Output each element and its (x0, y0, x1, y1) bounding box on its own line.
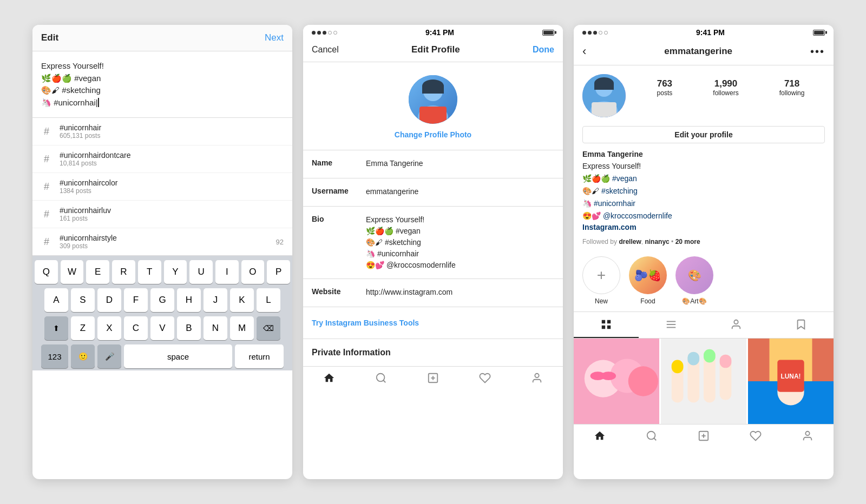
s2-cancel-button[interactable]: Cancel (312, 45, 339, 55)
s3-nav-profile[interactable] (782, 430, 834, 442)
s1-header: Edit Next (32, 25, 292, 51)
s3-mention-kroccos[interactable]: @kroccosmodernlife (603, 211, 672, 220)
s3-tab-saved[interactable] (769, 312, 834, 338)
key-i[interactable]: I (215, 260, 239, 284)
s3-hashtag-sketching[interactable]: #sketching (601, 187, 638, 195)
s3-nav-add[interactable] (678, 430, 730, 442)
s2-username-label: Username (312, 186, 366, 195)
key-b[interactable]: B (177, 316, 201, 340)
key-v[interactable]: V (150, 316, 174, 340)
key-w[interactable]: W (61, 260, 84, 284)
s3-highlight-art-circle: 🎨 (675, 256, 713, 294)
s2-username-value: emmatangerine (366, 186, 554, 197)
s1-caption-input[interactable]: Express Yourself! 🌿🍎🍏 #vegan 🎨🖌 #sketchi… (32, 51, 292, 118)
s3-tab-grid[interactable] (574, 312, 639, 338)
s3-back-button[interactable]: ‹ (582, 44, 586, 58)
key-c[interactable]: C (124, 316, 148, 340)
key-mic[interactable]: 🎤 (97, 344, 121, 368)
key-p[interactable]: P (267, 260, 290, 284)
key-space[interactable]: space (124, 344, 232, 368)
key-e[interactable]: E (86, 260, 109, 284)
s2-nav-profile[interactable] (511, 372, 563, 384)
key-q[interactable]: Q (35, 260, 58, 284)
s2-nav-search[interactable] (355, 372, 407, 384)
s3-grid-cell-3[interactable]: LUNA! (748, 339, 834, 424)
s3-highlight-art-label: 🎨Art🎨 (682, 297, 706, 305)
key-d[interactable]: D (97, 288, 121, 312)
suggestion-2[interactable]: # #unicornhairdontcare 10,814 posts (32, 145, 292, 173)
key-a[interactable]: A (44, 288, 68, 312)
s3-bio-line-3: 🎨🖌 #sketching (582, 185, 825, 197)
s3-posts-label: posts (657, 89, 673, 97)
s3-more-button[interactable]: ••• (810, 45, 825, 58)
hash-icon-1: # (41, 126, 52, 137)
key-t[interactable]: T (138, 260, 161, 284)
s3-highlight-art[interactable]: 🎨 🎨Art🎨 (675, 256, 713, 305)
key-m[interactable]: M (230, 316, 254, 340)
s3-tab-tagged[interactable] (704, 312, 769, 338)
key-123[interactable]: 123 (41, 344, 68, 368)
key-z[interactable]: Z (71, 316, 95, 340)
s3-highlight-new[interactable]: + New (582, 256, 620, 305)
suggestion-3[interactable]: # #unicornhaircolor 1384 posts (32, 173, 292, 201)
s3-highlight-food[interactable]: 🫐🍓 Food (629, 256, 667, 305)
key-r[interactable]: R (112, 260, 135, 284)
s2-nav-home[interactable] (303, 372, 355, 384)
s3-follower-1[interactable]: drellew (619, 238, 641, 246)
key-n[interactable]: N (204, 316, 227, 340)
key-s[interactable]: S (71, 288, 95, 312)
s2-change-photo-button[interactable]: Change Profile Photo (395, 130, 471, 139)
key-k[interactable]: K (230, 288, 254, 312)
s2-website-field[interactable]: Website http://www.instagram.com (303, 279, 563, 307)
key-h[interactable]: H (177, 288, 201, 312)
key-backspace[interactable]: ⌫ (257, 316, 280, 340)
key-f[interactable]: F (124, 288, 148, 312)
key-y[interactable]: Y (164, 260, 187, 284)
s3-avatar[interactable] (582, 74, 626, 117)
s2-bio-field[interactable]: Bio Express Yourself! 🌿🍎🍏 #vegan 🎨🖌 #ske… (303, 207, 563, 279)
key-return[interactable]: return (235, 344, 284, 368)
s3-grid-cell-2[interactable] (661, 339, 746, 424)
s2-nav-add[interactable] (407, 372, 459, 384)
s3-bio-website[interactable]: Instagram.com (582, 223, 825, 231)
s3-edit-profile-button[interactable]: Edit your profile (582, 126, 825, 143)
key-u[interactable]: U (189, 260, 213, 284)
s2-avatar[interactable] (409, 75, 457, 124)
svg-rect-5 (419, 107, 447, 124)
key-shift[interactable]: ⬆ (44, 316, 68, 340)
key-l[interactable]: L (257, 288, 280, 312)
s2-name-field[interactable]: Name Emma Tangerine (303, 150, 563, 178)
s1-next-button[interactable]: Next (265, 32, 284, 43)
suggestion-4[interactable]: # #unicornhairluv 161 posts (32, 201, 292, 228)
s3-hashtag-vegan[interactable]: #vegan (612, 174, 637, 183)
key-x[interactable]: X (97, 316, 121, 340)
suggestion-1[interactable]: # #unicornhair 605,131 posts (32, 118, 292, 145)
s3-bio-name: Emma Tangerine (582, 150, 825, 158)
s3-nav-search[interactable] (626, 430, 678, 442)
s3-nav-home[interactable] (574, 430, 626, 442)
s3-grid-cell-1[interactable] (574, 339, 659, 424)
s3-more-followers[interactable]: 20 more (675, 238, 700, 246)
s2-nav-heart[interactable] (459, 372, 511, 384)
s3-time: 9:41 PM (696, 28, 725, 37)
s2-name-label: Name (312, 158, 366, 167)
hash-icon-4: # (41, 209, 52, 220)
key-o[interactable]: O (241, 260, 265, 284)
s2-business-tools-link[interactable]: Try Instagram Business Tools (312, 319, 419, 327)
s3-highlight-food-label: Food (640, 297, 655, 305)
key-j[interactable]: J (204, 288, 227, 312)
s2-battery (542, 30, 554, 36)
suggestion-count-3: 1384 posts (60, 187, 284, 195)
s3-follower-2[interactable]: ninanyc (645, 238, 669, 246)
s3-stat-following: 718 following (779, 78, 805, 97)
s2-username-field[interactable]: Username emmatangerine (303, 178, 563, 207)
s3-dot-2 (588, 31, 592, 35)
key-g[interactable]: G (150, 288, 174, 312)
svg-rect-40 (672, 360, 684, 374)
s3-nav-heart[interactable] (730, 430, 782, 442)
key-emoji[interactable]: 🙂 (71, 344, 95, 368)
s3-tab-list[interactable] (639, 312, 704, 338)
s2-done-button[interactable]: Done (533, 45, 554, 55)
suggestion-5[interactable]: # #unicornhairstyle 309 posts 92 (32, 228, 292, 255)
s3-hashtag-unicornhair[interactable]: #unicornhair (594, 199, 635, 208)
